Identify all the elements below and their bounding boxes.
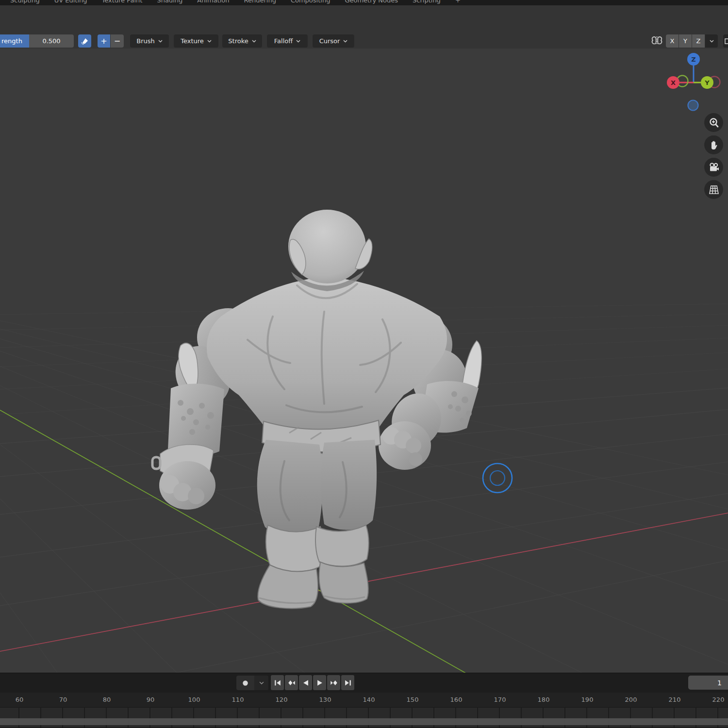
gizmo-z-label: Z (691, 56, 695, 63)
ruler-frame-label: 120 (276, 696, 288, 703)
falloff-dropdown[interactable]: Falloff (267, 34, 308, 48)
workspace-tab-geometry-nodes[interactable]: Geometry Nodes (337, 0, 405, 5)
ruler-frame-label: 170 (494, 696, 506, 703)
previous-keyframe-button[interactable] (285, 675, 298, 690)
jump-end-icon (344, 678, 352, 687)
gizmo-axis-neg-z[interactable] (688, 100, 698, 111)
workspace-tab-uv-editing[interactable]: UV Editing (47, 0, 95, 5)
strength-slider-fill: rength (0, 34, 29, 48)
brush-dropdown-label: Brush (136, 37, 155, 45)
chevron-down-icon (207, 40, 212, 43)
chevron-down-icon (296, 40, 300, 43)
clipped-icon (725, 38, 728, 44)
play-reverse-button[interactable] (299, 675, 312, 690)
play-icon (315, 678, 324, 687)
ruler-frame-label: 220 (712, 696, 725, 703)
current-frame-field[interactable]: 1 (688, 676, 728, 690)
ruler-frame-label: 190 (581, 696, 594, 703)
orthographic-toggle-button[interactable] (704, 180, 723, 199)
jump-to-end-button[interactable] (341, 675, 354, 690)
navigation-gizmo[interactable]: Z X Y (666, 48, 722, 116)
ruler-frame-label: 210 (669, 696, 681, 703)
cursor-dropdown-label: Cursor (319, 37, 340, 45)
workspace-tab-compositing[interactable]: Compositing (283, 0, 338, 5)
texture-dropdown-label: Texture (181, 37, 204, 45)
chevron-down-icon (259, 681, 264, 685)
chevron-down-icon (158, 40, 163, 43)
ruler-frame-label: 150 (407, 696, 419, 703)
mirror-x-button[interactable]: X (666, 34, 678, 48)
workspace-tab-rendering[interactable]: Rendering (237, 0, 283, 5)
ruler-frame-label: 160 (450, 696, 463, 703)
ruler-frame-label: 140 (363, 696, 375, 703)
record-dot-icon (242, 680, 248, 686)
gizmo-x-label: X (671, 79, 676, 86)
chevron-down-icon (710, 40, 714, 43)
viewport-3d[interactable] (0, 0, 728, 728)
next-keyframe-icon (330, 678, 338, 687)
jump-start-icon (273, 678, 282, 687)
ruler-frame-label: 90 (147, 696, 155, 703)
workspace-tab-animation[interactable]: Animation (190, 0, 236, 5)
symmetry-butterfly-icon (650, 34, 663, 48)
ruler-frame-label: 130 (319, 696, 331, 703)
camera-icon (708, 162, 720, 173)
mirror-y-button[interactable]: Y (679, 34, 692, 48)
remove-button[interactable]: − (111, 34, 124, 48)
mirror-z-button[interactable]: Z (692, 34, 705, 48)
workspace-tab-bar: SculptingUV EditingTexture PaintShadingA… (0, 0, 728, 5)
pen-pressure-icon (81, 37, 89, 45)
mirror-options-dropdown[interactable] (705, 34, 718, 48)
add-button[interactable]: + (98, 34, 110, 48)
chevron-down-icon (252, 40, 256, 43)
blender-window: SculptingUV EditingTexture PaintShadingA… (0, 0, 728, 728)
stroke-dropdown-label: Stroke (228, 37, 248, 45)
auto-key-options-dropdown[interactable] (254, 676, 268, 690)
ruler-frame-label: 180 (538, 696, 550, 703)
pan-button[interactable] (704, 135, 723, 154)
perspective-grid-icon (708, 184, 720, 195)
zoom-button[interactable] (704, 113, 723, 132)
brush-dropdown[interactable]: Brush (130, 34, 169, 48)
timeline-tick-area (0, 707, 728, 728)
camera-view-button[interactable] (704, 158, 723, 177)
strength-slider[interactable]: rength 0.500 (0, 34, 74, 48)
ruler-frame-label: 80 (103, 696, 111, 703)
play-button[interactable] (313, 675, 326, 690)
workspace-tab-sculpting[interactable]: Sculpting (3, 0, 47, 5)
auto-key-record-button[interactable] (236, 676, 254, 690)
transport-controls (271, 675, 354, 690)
pen-pressure-button[interactable] (78, 34, 91, 48)
cursor-dropdown[interactable]: Cursor (313, 34, 354, 48)
next-keyframe-button[interactable] (327, 675, 340, 690)
play-reverse-icon (301, 678, 310, 687)
gizmo-y-label: Y (704, 79, 710, 86)
texture-dropdown[interactable]: Texture (174, 34, 218, 48)
ruler-frame-label: 60 (16, 696, 24, 703)
timeline-playbar: 1 (0, 673, 728, 693)
hand-icon (709, 140, 719, 150)
workspace-tab-scripting[interactable]: Scripting (405, 0, 448, 5)
clipped-edge-button[interactable] (723, 34, 728, 48)
tool-settings-header: rength 0.500 + − Brush Texture Stroke Fa… (0, 5, 728, 49)
ruler-frame-label: 110 (232, 696, 244, 703)
ruler-frame-label: 200 (625, 696, 637, 703)
workspace-tab-texture-paint[interactable]: Texture Paint (95, 0, 150, 5)
ruler-frame-label: 100 (188, 696, 200, 703)
timeline-scrollbar[interactable] (0, 718, 728, 725)
workspace-tab--[interactable]: + (448, 0, 468, 5)
workspace-tab-shading[interactable]: Shading (149, 0, 190, 5)
falloff-dropdown-label: Falloff (274, 37, 293, 45)
timeline-ruler[interactable]: 6070809010011012013014015016017018019020… (0, 693, 728, 707)
strength-slider-value: 0.500 (29, 34, 74, 48)
chevron-down-icon (343, 40, 347, 43)
stroke-dropdown[interactable]: Stroke (222, 34, 262, 48)
ruler-frame-label: 70 (59, 696, 67, 703)
auto-key-group (236, 676, 268, 690)
zoom-in-icon (709, 117, 719, 128)
prev-keyframe-icon (287, 678, 296, 687)
jump-to-start-button[interactable] (271, 675, 284, 690)
